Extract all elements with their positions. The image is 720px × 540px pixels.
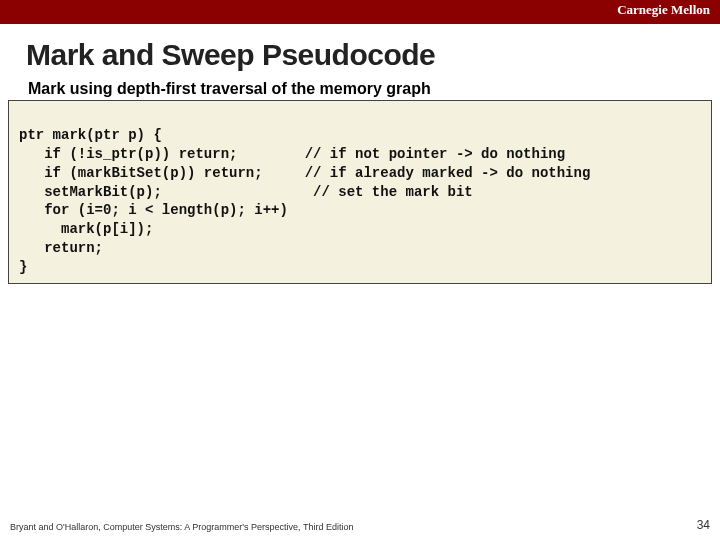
code-line: if (markBitSet(p)) return; // if already…: [19, 165, 590, 181]
footer-attribution: Bryant and O'Hallaron, Computer Systems:…: [10, 522, 353, 532]
code-text: setMarkBit(p);: [19, 184, 162, 200]
slide-title: Mark and Sweep Pseudocode: [26, 38, 720, 72]
code-line: return;: [19, 240, 103, 256]
code-comment: // if already marked -> do nothing: [305, 165, 591, 181]
slide-subtitle: Mark using depth-first traversal of the …: [28, 80, 720, 98]
code-text: if (!is_ptr(p)) return;: [19, 146, 237, 162]
code-comment: // if not pointer -> do nothing: [305, 146, 565, 162]
institution-label: Carnegie Mellon: [617, 2, 710, 18]
code-line: }: [19, 259, 27, 275]
page-number: 34: [697, 518, 710, 532]
code-line: mark(p[i]);: [19, 221, 153, 237]
code-line: if (!is_ptr(p)) return; // if not pointe…: [19, 146, 565, 162]
code-line: setMarkBit(p); // set the mark bit: [19, 184, 473, 200]
code-line: for (i=0; i < length(p); i++): [19, 202, 288, 218]
footer: Bryant and O'Hallaron, Computer Systems:…: [10, 518, 710, 532]
code-comment: // set the mark bit: [313, 184, 473, 200]
code-line: ptr mark(ptr p) {: [19, 127, 162, 143]
code-text: if (markBitSet(p)) return;: [19, 165, 263, 181]
code-block: ptr mark(ptr p) { if (!is_ptr(p)) return…: [8, 100, 712, 284]
header-bar: Carnegie Mellon: [0, 0, 720, 24]
